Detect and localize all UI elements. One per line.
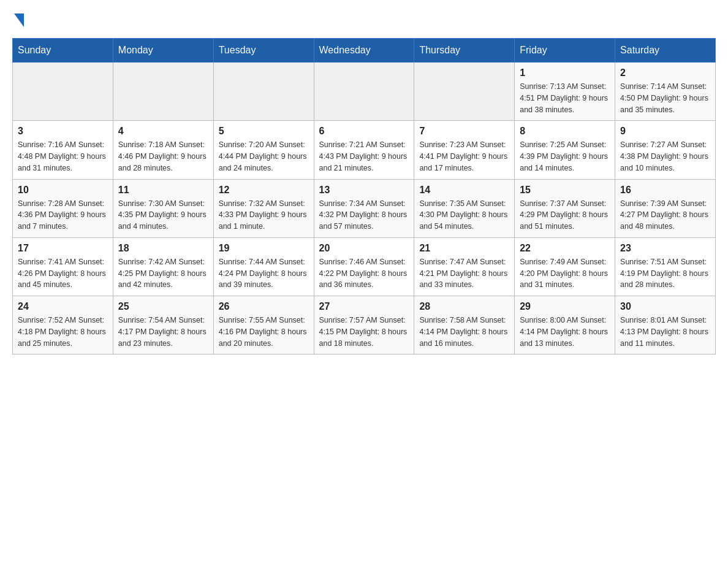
calendar-cell — [13, 63, 113, 121]
day-info: Sunrise: 7:13 AM Sunset: 4:51 PM Dayligh… — [520, 81, 610, 115]
day-info: Sunrise: 7:27 AM Sunset: 4:38 PM Dayligh… — [620, 139, 710, 174]
day-number: 6 — [319, 126, 409, 137]
day-info: Sunrise: 7:52 AM Sunset: 4:18 PM Dayligh… — [18, 315, 108, 349]
day-number: 26 — [219, 301, 309, 312]
calendar-header-sunday: Sunday — [13, 39, 113, 63]
day-info: Sunrise: 7:58 AM Sunset: 4:14 PM Dayligh… — [419, 315, 509, 349]
day-number: 2 — [620, 67, 710, 79]
calendar-cell: 16Sunrise: 7:39 AM Sunset: 4:27 PM Dayli… — [615, 179, 716, 237]
day-number: 1 — [520, 67, 610, 79]
page-header — [12, 12, 716, 26]
day-info: Sunrise: 7:42 AM Sunset: 4:25 PM Dayligh… — [118, 256, 208, 291]
calendar-cell: 22Sunrise: 7:49 AM Sunset: 4:20 PM Dayli… — [515, 237, 615, 296]
day-info: Sunrise: 7:54 AM Sunset: 4:17 PM Dayligh… — [118, 315, 208, 349]
calendar-cell: 9Sunrise: 7:27 AM Sunset: 4:38 PM Daylig… — [615, 121, 716, 179]
calendar-cell: 27Sunrise: 7:57 AM Sunset: 4:15 PM Dayli… — [314, 296, 414, 354]
calendar-cell: 23Sunrise: 7:51 AM Sunset: 4:19 PM Dayli… — [615, 237, 716, 296]
calendar-cell: 24Sunrise: 7:52 AM Sunset: 4:18 PM Dayli… — [13, 296, 113, 354]
calendar-cell: 17Sunrise: 7:41 AM Sunset: 4:26 PM Dayli… — [13, 237, 113, 296]
day-number: 14 — [419, 185, 509, 196]
calendar-cell: 18Sunrise: 7:42 AM Sunset: 4:25 PM Dayli… — [113, 237, 213, 296]
day-info: Sunrise: 7:35 AM Sunset: 4:30 PM Dayligh… — [419, 198, 509, 232]
calendar-cell — [414, 63, 515, 121]
day-info: Sunrise: 7:30 AM Sunset: 4:35 PM Dayligh… — [118, 198, 208, 232]
calendar-header-saturday: Saturday — [615, 39, 716, 63]
day-info: Sunrise: 7:37 AM Sunset: 4:29 PM Dayligh… — [520, 198, 610, 232]
calendar-cell: 15Sunrise: 7:37 AM Sunset: 4:29 PM Dayli… — [515, 179, 615, 237]
day-number: 24 — [18, 301, 108, 312]
day-info: Sunrise: 7:51 AM Sunset: 4:19 PM Dayligh… — [620, 256, 710, 291]
day-number: 15 — [520, 185, 610, 196]
day-number: 30 — [620, 301, 710, 312]
day-number: 16 — [620, 185, 710, 196]
day-number: 25 — [118, 301, 208, 312]
day-number: 28 — [419, 301, 509, 312]
calendar-cell: 8Sunrise: 7:25 AM Sunset: 4:39 PM Daylig… — [515, 121, 615, 179]
day-info: Sunrise: 7:28 AM Sunset: 4:36 PM Dayligh… — [18, 198, 108, 232]
day-number: 19 — [219, 243, 309, 254]
calendar-header-monday: Monday — [113, 39, 213, 63]
calendar-cell: 6Sunrise: 7:21 AM Sunset: 4:43 PM Daylig… — [314, 121, 414, 179]
day-number: 9 — [620, 126, 710, 137]
day-info: Sunrise: 7:57 AM Sunset: 4:15 PM Dayligh… — [319, 315, 409, 349]
calendar-week-row: 10Sunrise: 7:28 AM Sunset: 4:36 PM Dayli… — [13, 179, 716, 237]
calendar-cell: 3Sunrise: 7:16 AM Sunset: 4:48 PM Daylig… — [13, 121, 113, 179]
day-info: Sunrise: 7:39 AM Sunset: 4:27 PM Dayligh… — [620, 198, 710, 232]
day-number: 13 — [319, 185, 409, 196]
calendar-cell: 14Sunrise: 7:35 AM Sunset: 4:30 PM Dayli… — [414, 179, 515, 237]
day-info: Sunrise: 7:34 AM Sunset: 4:32 PM Dayligh… — [319, 198, 409, 232]
calendar-header-tuesday: Tuesday — [213, 39, 314, 63]
calendar-cell: 7Sunrise: 7:23 AM Sunset: 4:41 PM Daylig… — [414, 121, 515, 179]
calendar-cell: 20Sunrise: 7:46 AM Sunset: 4:22 PM Dayli… — [314, 237, 414, 296]
day-number: 3 — [18, 126, 108, 137]
day-info: Sunrise: 7:16 AM Sunset: 4:48 PM Dayligh… — [18, 139, 108, 174]
day-info: Sunrise: 7:20 AM Sunset: 4:44 PM Dayligh… — [219, 139, 309, 174]
calendar-header-friday: Friday — [515, 39, 615, 63]
calendar-week-row: 24Sunrise: 7:52 AM Sunset: 4:18 PM Dayli… — [13, 296, 716, 354]
calendar-cell — [314, 63, 414, 121]
day-number: 22 — [520, 243, 610, 254]
calendar-cell: 25Sunrise: 7:54 AM Sunset: 4:17 PM Dayli… — [113, 296, 213, 354]
calendar-cell: 2Sunrise: 7:14 AM Sunset: 4:50 PM Daylig… — [615, 63, 716, 121]
calendar-table: SundayMondayTuesdayWednesdayThursdayFrid… — [12, 38, 716, 354]
day-number: 23 — [620, 243, 710, 254]
day-number: 8 — [520, 126, 610, 137]
day-info: Sunrise: 7:18 AM Sunset: 4:46 PM Dayligh… — [118, 139, 208, 174]
logo-triangle-icon — [14, 13, 24, 27]
calendar-week-row: 1Sunrise: 7:13 AM Sunset: 4:51 PM Daylig… — [13, 63, 716, 121]
calendar-cell: 21Sunrise: 7:47 AM Sunset: 4:21 PM Dayli… — [414, 237, 515, 296]
calendar-cell: 26Sunrise: 7:55 AM Sunset: 4:16 PM Dayli… — [213, 296, 314, 354]
day-info: Sunrise: 8:01 AM Sunset: 4:13 PM Dayligh… — [620, 315, 710, 349]
calendar-cell: 5Sunrise: 7:20 AM Sunset: 4:44 PM Daylig… — [213, 121, 314, 179]
day-info: Sunrise: 7:41 AM Sunset: 4:26 PM Dayligh… — [18, 256, 108, 291]
calendar-cell — [213, 63, 314, 121]
logo — [12, 12, 24, 26]
calendar-cell: 28Sunrise: 7:58 AM Sunset: 4:14 PM Dayli… — [414, 296, 515, 354]
calendar-cell: 10Sunrise: 7:28 AM Sunset: 4:36 PM Dayli… — [13, 179, 113, 237]
calendar-cell: 29Sunrise: 8:00 AM Sunset: 4:14 PM Dayli… — [515, 296, 615, 354]
day-number: 29 — [520, 301, 610, 312]
day-info: Sunrise: 7:49 AM Sunset: 4:20 PM Dayligh… — [520, 256, 610, 291]
calendar-week-row: 17Sunrise: 7:41 AM Sunset: 4:26 PM Dayli… — [13, 237, 716, 296]
day-info: Sunrise: 7:46 AM Sunset: 4:22 PM Dayligh… — [319, 256, 409, 291]
day-number: 18 — [118, 243, 208, 254]
calendar-cell: 1Sunrise: 7:13 AM Sunset: 4:51 PM Daylig… — [515, 63, 615, 121]
day-number: 21 — [419, 243, 509, 254]
day-info: Sunrise: 7:25 AM Sunset: 4:39 PM Dayligh… — [520, 139, 610, 174]
calendar-cell — [113, 63, 213, 121]
day-number: 27 — [319, 301, 409, 312]
day-info: Sunrise: 8:00 AM Sunset: 4:14 PM Dayligh… — [520, 315, 610, 349]
day-info: Sunrise: 7:47 AM Sunset: 4:21 PM Dayligh… — [419, 256, 509, 291]
calendar-cell: 13Sunrise: 7:34 AM Sunset: 4:32 PM Dayli… — [314, 179, 414, 237]
day-number: 20 — [319, 243, 409, 254]
day-number: 10 — [18, 185, 108, 196]
day-info: Sunrise: 7:32 AM Sunset: 4:33 PM Dayligh… — [219, 198, 309, 232]
calendar-week-row: 3Sunrise: 7:16 AM Sunset: 4:48 PM Daylig… — [13, 121, 716, 179]
day-info: Sunrise: 7:14 AM Sunset: 4:50 PM Dayligh… — [620, 81, 710, 115]
day-number: 5 — [219, 126, 309, 137]
day-number: 7 — [419, 126, 509, 137]
day-info: Sunrise: 7:55 AM Sunset: 4:16 PM Dayligh… — [219, 315, 309, 349]
calendar-header-row: SundayMondayTuesdayWednesdayThursdayFrid… — [13, 39, 716, 63]
calendar-header-wednesday: Wednesday — [314, 39, 414, 63]
day-number: 4 — [118, 126, 208, 137]
